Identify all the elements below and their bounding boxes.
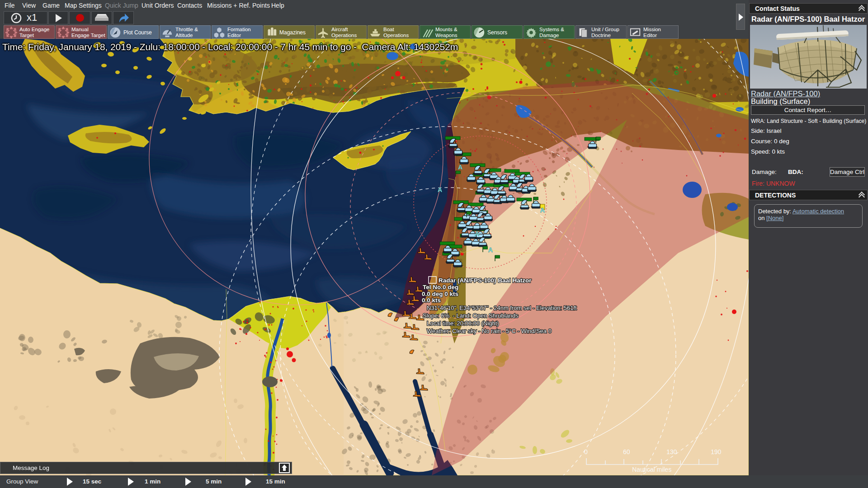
svg-text:Nautical miles: Nautical miles	[632, 466, 671, 473]
svg-text:Tel No.0 deg: Tel No.0 deg	[423, 284, 458, 291]
svg-text:0: 0	[584, 448, 588, 455]
svg-text:A: A	[438, 186, 442, 193]
svg-text:A: A	[475, 230, 479, 237]
svg-text:Weather: Clear sky - No rain -: Weather: Clear sky - No rain - 5°C - Win…	[427, 328, 552, 334]
svg-text:190: 190	[711, 448, 722, 455]
svg-text:Local time: 20:00:00 (Night): Local time: 20:00:00 (Night)	[427, 320, 499, 327]
svg-text:130: 130	[666, 448, 677, 455]
svg-text:A: A	[540, 206, 545, 214]
svg-text:N31°46'10", E34°53'07" - 24nm: N31°46'10", E34°53'07" - 24nm from sel -…	[427, 305, 577, 311]
svg-text:0.0 deg 0 kts: 0.0 deg 0 kts	[422, 291, 458, 297]
svg-text:0.0 kts: 0.0 kts	[422, 297, 441, 304]
svg-text:Radar (AN/FPS-100) Baal Hatzor: Radar (AN/FPS-100) Baal Hatzor	[439, 277, 532, 284]
svg-text:Slope: 6% - Land: Open Shrubl: Slope: 6% - Land: Open Shrublands	[423, 312, 519, 319]
svg-text:A: A	[488, 246, 493, 253]
svg-text:60: 60	[623, 448, 630, 455]
svg-text:A: A	[458, 164, 462, 171]
